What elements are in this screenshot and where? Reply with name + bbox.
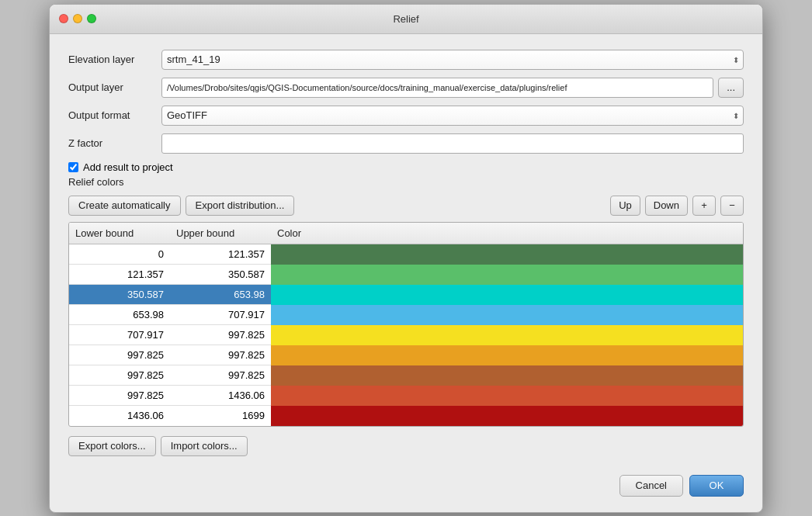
table-row[interactable]: 1436.061699 [69, 406, 743, 426]
color-swatch [271, 406, 743, 426]
color-cell[interactable] [271, 285, 743, 305]
color-swatch [271, 285, 743, 305]
add-result-row: Add result to project [68, 161, 744, 173]
color-swatch [271, 244, 743, 265]
color-cell[interactable] [271, 386, 743, 406]
z-factor-input[interactable]: 1.0 [161, 133, 744, 154]
elevation-layer-control: srtm_41_19 [161, 50, 744, 70]
titlebar: Relief [50, 5, 762, 34]
upper-bound-cell: 997.825 [170, 327, 271, 342]
color-cell[interactable] [271, 325, 743, 345]
output-layer-path: /Volumes/Drobo/sites/qgis/QGIS-Documenta… [161, 78, 713, 98]
output-format-control: GeoTIFF [161, 106, 744, 126]
lower-bound-cell: 1436.06 [69, 408, 170, 423]
color-cell[interactable] [271, 244, 743, 265]
color-cell[interactable] [271, 406, 743, 426]
lower-bound-cell: 997.825 [69, 368, 170, 383]
color-swatch [271, 345, 743, 365]
color-table: Lower bound Upper bound Color 0121.35712… [68, 222, 744, 427]
remove-row-button[interactable]: − [720, 196, 744, 216]
elevation-layer-select-wrap: srtm_41_19 [161, 50, 744, 70]
color-cell[interactable] [271, 305, 743, 325]
upper-bound-cell: 653.98 [170, 287, 271, 302]
close-button[interactable] [59, 14, 68, 23]
lower-bound-cell: 997.825 [69, 348, 170, 362]
upper-bound-cell: 997.825 [170, 348, 271, 362]
table-row[interactable]: 653.98707.917 [69, 305, 743, 325]
header-color: Color [271, 226, 743, 241]
output-layer-control: /Volumes/Drobo/sites/qgis/QGIS-Documenta… [161, 78, 744, 98]
ok-button[interactable]: OK [689, 475, 744, 497]
color-cell[interactable] [271, 365, 743, 386]
lower-bound-cell: 0 [69, 247, 170, 261]
add-row-button[interactable]: + [692, 196, 716, 216]
table-header: Lower bound Upper bound Color [69, 223, 743, 244]
add-result-checkbox[interactable] [68, 162, 78, 172]
up-button[interactable]: Up [610, 196, 640, 216]
elevation-layer-select[interactable]: srtm_41_19 [161, 50, 744, 70]
add-result-label: Add result to project [83, 161, 173, 173]
lower-bound-cell: 121.357 [69, 267, 170, 282]
output-format-select-wrap: GeoTIFF [161, 106, 744, 126]
export-dist-button[interactable]: Export distribution... [186, 196, 295, 216]
relief-colors-label: Relief colors [68, 176, 744, 188]
color-swatch [271, 265, 743, 285]
table-row[interactable]: 121.357350.587 [69, 265, 743, 285]
upper-bound-cell: 121.357 [170, 247, 271, 261]
output-format-select[interactable]: GeoTIFF [161, 106, 744, 126]
color-swatch [271, 325, 743, 345]
elevation-layer-label: Elevation layer [68, 54, 161, 65]
color-swatch [271, 386, 743, 406]
lower-bound-cell: 350.587 [69, 287, 170, 302]
table-row[interactable]: 997.8251436.06 [69, 386, 743, 406]
color-cell[interactable] [271, 345, 743, 365]
dialog-footer: Cancel OK [68, 469, 744, 497]
bottom-toolbar: Export colors... Import colors... [68, 436, 744, 456]
lower-bound-cell: 653.98 [69, 307, 170, 322]
color-swatch [271, 365, 743, 386]
import-colors-button[interactable]: Import colors... [161, 436, 248, 456]
table-row[interactable]: 997.825997.825 [69, 345, 743, 365]
table-row[interactable]: 707.917997.825 [69, 325, 743, 345]
z-factor-label: Z factor [68, 137, 161, 149]
header-lower-bound: Lower bound [69, 226, 170, 241]
table-row[interactable]: 0121.357 [69, 244, 743, 265]
output-layer-row: Output layer /Volumes/Drobo/sites/qgis/Q… [68, 78, 744, 98]
upper-bound-cell: 707.917 [170, 307, 271, 322]
down-button[interactable]: Down [645, 196, 688, 216]
table-body: 0121.357121.357350.587350.587653.98653.9… [69, 244, 743, 426]
create-auto-button[interactable]: Create automatically [68, 196, 181, 216]
upper-bound-cell: 1436.06 [170, 388, 271, 403]
table-row[interactable]: 997.825997.825 [69, 365, 743, 386]
lower-bound-cell: 707.917 [69, 327, 170, 342]
color-swatch [271, 305, 743, 325]
window-title: Relief [393, 13, 418, 25]
color-cell[interactable] [271, 265, 743, 285]
upper-bound-cell: 1699 [170, 408, 271, 423]
elevation-layer-row: Elevation layer srtm_41_19 [68, 50, 744, 70]
color-toolbar: Create automatically Export distribution… [68, 196, 744, 216]
output-layer-label: Output layer [68, 81, 161, 93]
traffic-lights [59, 14, 96, 23]
browse-button[interactable]: ... [718, 78, 744, 98]
upper-bound-cell: 997.825 [170, 368, 271, 383]
minimize-button[interactable] [73, 14, 82, 23]
maximize-button[interactable] [87, 14, 96, 23]
table-row[interactable]: 350.587653.98 [69, 285, 743, 305]
export-colors-button[interactable]: Export colors... [68, 436, 156, 456]
dialog-window: Relief Elevation layer srtm_41_19 Output… [49, 4, 763, 513]
output-format-row: Output format GeoTIFF [68, 106, 744, 126]
header-upper-bound: Upper bound [170, 226, 271, 241]
z-factor-control: 1.0 [161, 133, 744, 154]
cancel-button[interactable]: Cancel [619, 475, 683, 497]
output-format-label: Output format [68, 109, 161, 121]
upper-bound-cell: 350.587 [170, 267, 271, 282]
lower-bound-cell: 997.825 [69, 388, 170, 403]
dialog-content: Elevation layer srtm_41_19 Output layer … [50, 34, 762, 512]
z-factor-row: Z factor 1.0 [68, 133, 744, 154]
